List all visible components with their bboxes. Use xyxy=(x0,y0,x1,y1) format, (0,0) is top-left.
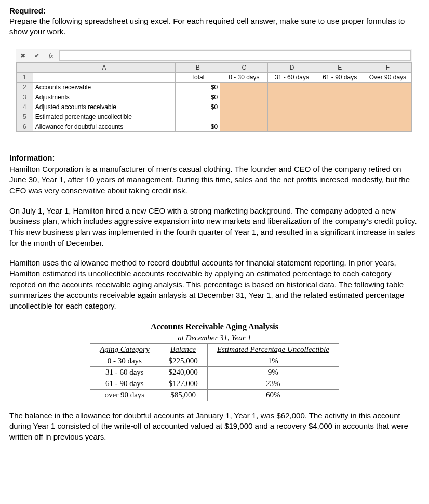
cell-F1[interactable]: Over 90 days xyxy=(364,72,411,82)
select-all-corner[interactable] xyxy=(17,62,33,72)
cell-A1[interactable] xyxy=(33,72,175,82)
aging-header-category: Aging Category xyxy=(90,343,159,355)
accept-icon[interactable]: ✔ xyxy=(30,49,44,62)
row-5: 5 Estimated percentage uncollectible xyxy=(17,112,412,122)
cell-D2[interactable] xyxy=(268,82,316,92)
cell-F2[interactable] xyxy=(364,82,411,92)
aging-subtitle: at December 31, Year 1 xyxy=(90,333,339,344)
info-paragraph-1: Hamilton Corporation is a manufacturer o… xyxy=(9,164,420,196)
grid: A B C D E F 1 Total 0 - 30 days 31 - 60 … xyxy=(16,62,412,132)
cell-D5[interactable] xyxy=(268,112,316,122)
row-header-4[interactable]: 4 xyxy=(17,102,33,112)
aging-pct: 23% xyxy=(207,378,339,389)
cell-D1[interactable]: 31 - 60 days xyxy=(268,72,316,82)
aging-pct: 1% xyxy=(207,355,339,366)
row-2: 2 Accounts receivable $0 xyxy=(17,82,412,92)
formula-input[interactable] xyxy=(59,50,411,61)
fx-icon[interactable]: fx xyxy=(44,49,58,62)
row-header-2[interactable]: 2 xyxy=(17,82,33,92)
cell-A4[interactable]: Adjusted accounts receivable xyxy=(33,102,175,112)
row-1: 1 Total 0 - 30 days 31 - 60 days 61 - 90… xyxy=(17,72,412,82)
row-header-5[interactable]: 5 xyxy=(17,112,33,122)
cell-C1[interactable]: 0 - 30 days xyxy=(220,72,268,82)
aging-row: 61 - 90 days $127,000 23% xyxy=(90,378,339,389)
cell-F6[interactable] xyxy=(364,122,411,131)
col-header-F[interactable]: F xyxy=(364,62,411,72)
cell-A6[interactable]: Allowance for doubtful accounts xyxy=(33,122,175,131)
aging-pct: 9% xyxy=(207,366,339,378)
cell-B3[interactable]: $0 xyxy=(176,92,220,102)
aging-cat: 31 - 60 days xyxy=(90,366,159,378)
cell-C2[interactable] xyxy=(220,82,268,92)
spreadsheet: ✖ ✔ fx A B C D E F 1 Total 0 - 30 days 3… xyxy=(16,49,412,132)
row-3: 3 Adjustments $0 xyxy=(17,92,412,102)
aging-bal: $85,000 xyxy=(159,389,207,401)
cell-C3[interactable] xyxy=(220,92,268,102)
aging-cat: 0 - 30 days xyxy=(90,355,159,366)
cell-F5[interactable] xyxy=(364,112,411,122)
aging-cat: 61 - 90 days xyxy=(90,378,159,389)
cell-B5[interactable] xyxy=(176,112,220,122)
row-6: 6 Allowance for doubtful accounts $0 xyxy=(17,122,412,131)
column-header-row: A B C D E F xyxy=(17,62,412,72)
cell-E3[interactable] xyxy=(316,92,364,102)
cell-B1[interactable]: Total xyxy=(176,72,220,82)
cell-A5[interactable]: Estimated percentage uncollectible xyxy=(33,112,175,122)
cell-E2[interactable] xyxy=(316,82,364,92)
required-heading: Required: xyxy=(9,6,420,15)
row-4: 4 Adjusted accounts receivable $0 xyxy=(17,102,412,112)
aging-title: Accounts Receivable Aging Analysis xyxy=(90,321,339,333)
aging-cat: over 90 days xyxy=(90,389,159,401)
row-header-1[interactable]: 1 xyxy=(17,72,33,82)
cell-C4[interactable] xyxy=(220,102,268,112)
info-paragraph-3: Hamilton uses the allowance method to re… xyxy=(9,258,420,311)
aging-bal: $225,000 xyxy=(159,355,207,366)
aging-row: 31 - 60 days $240,000 9% xyxy=(90,366,339,378)
col-header-A[interactable]: A xyxy=(33,62,175,72)
cell-B4[interactable]: $0 xyxy=(176,102,220,112)
aging-bal: $240,000 xyxy=(159,366,207,378)
col-header-B[interactable]: B xyxy=(176,62,220,72)
col-header-D[interactable]: D xyxy=(268,62,316,72)
aging-header-row: Aging Category Balance Estimated Percent… xyxy=(90,343,339,355)
row-header-3[interactable]: 3 xyxy=(17,92,33,102)
cell-E5[interactable] xyxy=(316,112,364,122)
aging-pct: 60% xyxy=(207,389,339,401)
aging-header-pct: Estimated Percentage Uncollectible xyxy=(207,343,339,355)
cell-B2[interactable]: $0 xyxy=(176,82,220,92)
cell-B6[interactable]: $0 xyxy=(176,122,220,131)
cell-A3[interactable]: Adjustments xyxy=(33,92,175,102)
cell-F3[interactable] xyxy=(364,92,411,102)
aging-bal: $127,000 xyxy=(159,378,207,389)
aging-header-pct-text: Estimated Percentage Uncollectible xyxy=(217,345,329,353)
cell-C6[interactable] xyxy=(220,122,268,131)
cell-F4[interactable] xyxy=(364,102,411,112)
cell-A2[interactable]: Accounts receivable xyxy=(33,82,175,92)
aging-row: over 90 days $85,000 60% xyxy=(90,389,339,401)
cell-D4[interactable] xyxy=(268,102,316,112)
aging-table: Accounts Receivable Aging Analysis at De… xyxy=(90,321,339,401)
col-header-E[interactable]: E xyxy=(316,62,364,72)
info-paragraph-4: The balance in the allowance for doubtfu… xyxy=(9,410,420,443)
col-header-C[interactable]: C xyxy=(220,62,268,72)
aging-header-balance: Balance xyxy=(159,343,207,355)
cell-E1[interactable]: 61 - 90 days xyxy=(316,72,364,82)
formula-bar: ✖ ✔ fx xyxy=(16,49,412,62)
cell-C5[interactable] xyxy=(220,112,268,122)
aging-row: 0 - 30 days $225,000 1% xyxy=(90,355,339,366)
information-heading: Information: xyxy=(9,153,420,162)
cell-D3[interactable] xyxy=(268,92,316,102)
cell-E4[interactable] xyxy=(316,102,364,112)
cell-D6[interactable] xyxy=(268,122,316,131)
row-header-6[interactable]: 6 xyxy=(17,122,33,131)
cancel-icon[interactable]: ✖ xyxy=(16,49,30,62)
required-text: Prepare the following spreadsheet using … xyxy=(9,16,420,37)
info-paragraph-2: On July 1, Year 1, Hamilton hired a new … xyxy=(9,206,420,249)
cell-E6[interactable] xyxy=(316,122,364,131)
